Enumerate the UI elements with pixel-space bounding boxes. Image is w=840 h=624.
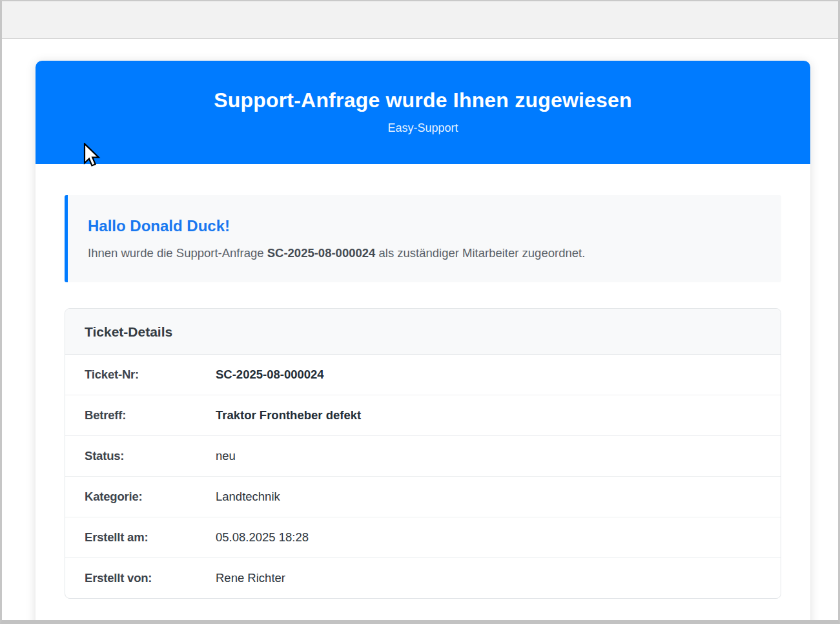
row-label: Erstellt von: [85,571,216,585]
table-row-ticket-nr: Ticket-Nr: SC-2025-08-000024 [65,355,781,395]
row-value: Rene Richter [216,571,285,585]
row-label: Betreff: [85,408,216,422]
greeting-heading: Hallo Donald Duck! [88,217,758,235]
row-value: Traktor Frontheber defekt [216,408,361,422]
app-window: Support-Anfrage wurde Ihnen zugewiesen E… [0,0,840,624]
table-row-kategorie: Kategorie: Landtechnik [65,477,781,517]
email-header: Support-Anfrage wurde Ihnen zugewiesen E… [36,61,810,164]
table-row-erstellt-von: Erstellt von: Rene Richter [65,558,781,598]
greeting-text: Ihnen wurde die Support-Anfrage SC-2025-… [88,245,758,261]
email-card: Support-Anfrage wurde Ihnen zugewiesen E… [36,61,810,624]
row-label: Status: [85,449,216,463]
row-label: Ticket-Nr: [85,368,216,382]
ticket-details-title: Ticket-Details [85,324,761,340]
email-viewport: Support-Anfrage wurde Ihnen zugewiesen E… [2,61,838,624]
email-subtitle: Easy-Support [36,121,810,135]
email-body: Hallo Donald Duck! Ihnen wurde die Suppo… [36,164,810,618]
greeting-text-prefix: Ihnen wurde die Support-Anfrage [88,246,267,260]
row-value: SC-2025-08-000024 [216,368,324,382]
table-row-erstellt-am: Erstellt am: 05.08.2025 18:28 [65,517,781,558]
table-row-betreff: Betreff: Traktor Frontheber defekt [65,395,781,436]
row-label: Erstellt am: [85,530,216,545]
email-title: Support-Anfrage wurde Ihnen zugewiesen [36,89,810,111]
table-row-status: Status: neu [65,436,781,477]
row-label: Kategorie: [85,490,216,504]
greeting-text-suffix: als zuständiger Mitarbeiter zugeordnet. [375,246,585,260]
greeting-callout: Hallo Donald Duck! Ihnen wurde die Suppo… [65,195,781,282]
ticket-details-panel: Ticket-Details Ticket-Nr: SC-2025-08-000… [65,308,781,599]
row-value: neu [216,449,236,463]
window-titlebar[interactable] [2,1,838,39]
row-value: Landtechnik [216,490,280,504]
greeting-ticket-number: SC-2025-08-000024 [267,246,376,260]
ticket-details-header: Ticket-Details [65,309,781,355]
row-value: 05.08.2025 18:28 [216,530,309,545]
